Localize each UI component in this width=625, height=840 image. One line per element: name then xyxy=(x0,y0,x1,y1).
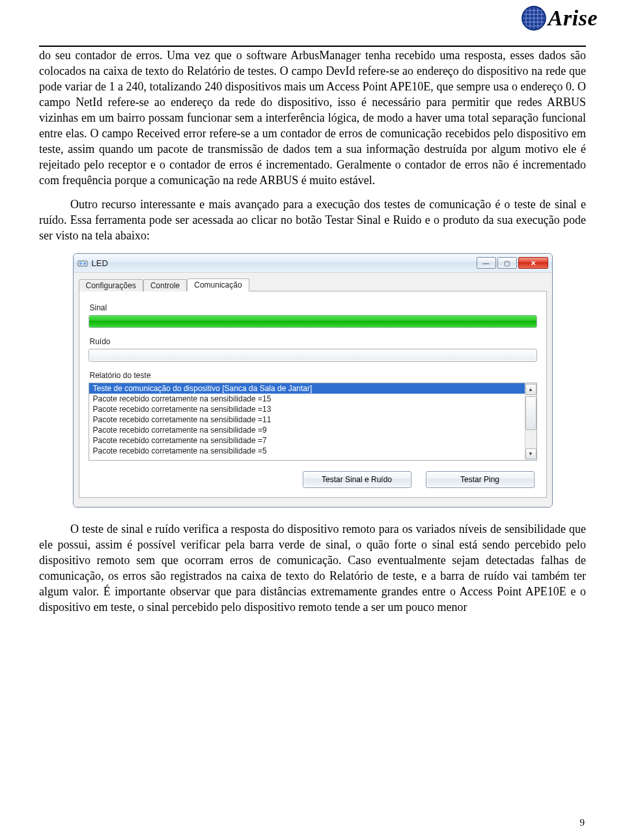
app-icon xyxy=(77,258,88,268)
maximize-button[interactable]: ▢ xyxy=(497,257,517,269)
scrollbar[interactable]: ▲ ▼ xyxy=(525,383,536,460)
tabstrip: Configurações Controle Comunicação xyxy=(79,277,547,291)
list-item[interactable]: Teste de comunicação do dispositivo [San… xyxy=(89,383,525,394)
logo-text: Arise xyxy=(548,6,598,31)
list-item[interactable]: Pacote recebido corretamente na sensibil… xyxy=(89,435,525,446)
arise-logo: Arise xyxy=(521,5,598,31)
testar-sinal-button[interactable]: Testar Sinal e Ruído xyxy=(303,471,411,488)
minimize-button[interactable]: — xyxy=(477,257,496,269)
testar-ping-button[interactable]: Testar Ping xyxy=(426,471,535,488)
list-item[interactable]: Pacote recebido corretamente na sensibil… xyxy=(89,404,525,414)
page-header: Arise xyxy=(39,12,586,48)
tab-comunicacao[interactable]: Comunicação xyxy=(187,278,249,291)
scroll-up-icon[interactable]: ▲ xyxy=(525,384,536,395)
relatorio-listbox[interactable]: Teste de comunicação do dispositivo [San… xyxy=(89,383,537,461)
sinal-progressbar xyxy=(89,315,537,328)
close-button[interactable]: ✕ xyxy=(518,257,548,269)
list-item[interactable]: Pacote recebido corretamente na sensibil… xyxy=(89,414,525,425)
label-sinal: Sinal xyxy=(90,303,537,312)
page-number: 9 xyxy=(580,817,585,828)
led-dialog: LED — ▢ ✕ Configurações Controle Comunic… xyxy=(73,253,553,508)
tab-panel-comunicacao: Sinal Ruído Relatório do teste Teste de … xyxy=(79,291,547,498)
globe-icon xyxy=(521,5,547,31)
header-rule xyxy=(39,46,586,47)
label-ruido: Ruído xyxy=(90,337,537,346)
paragraph-1: do seu contador de erros. Uma vez que o … xyxy=(39,48,586,188)
paragraph-2: Outro recurso interessante e mais avança… xyxy=(39,197,586,244)
list-item[interactable]: Pacote recebido corretamente na sensibil… xyxy=(89,446,525,456)
list-item[interactable]: Pacote recebido corretamente na sensibil… xyxy=(89,394,525,404)
tab-configuracoes[interactable]: Configurações xyxy=(79,279,143,291)
label-relatorio: Relatório do teste xyxy=(90,371,537,380)
titlebar[interactable]: LED — ▢ ✕ xyxy=(74,254,552,273)
list-item[interactable]: Pacote recebido corretamente na sensibil… xyxy=(89,425,525,435)
window-title: LED xyxy=(92,258,475,268)
scroll-thumb[interactable] xyxy=(525,396,536,430)
tab-controle[interactable]: Controle xyxy=(143,279,187,291)
scroll-down-icon[interactable]: ▼ xyxy=(525,448,536,459)
paragraph-3: O teste de sinal e ruído verifica a resp… xyxy=(39,522,586,616)
svg-point-15 xyxy=(83,262,86,265)
ruido-progressbar xyxy=(89,349,537,362)
svg-point-14 xyxy=(79,262,82,265)
